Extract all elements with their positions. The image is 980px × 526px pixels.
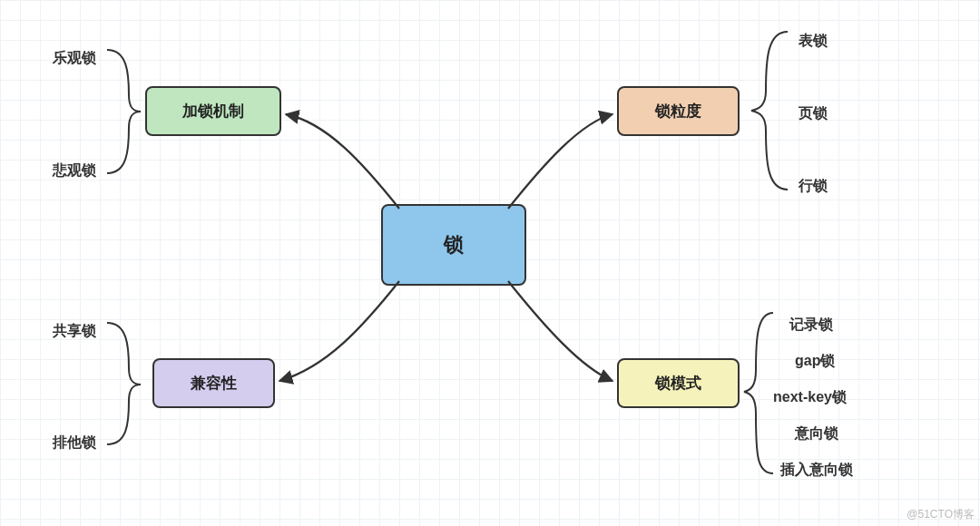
- edge-root-to-mode: [508, 281, 612, 381]
- leaf-pessimistic-lock: 悲观锁: [53, 161, 96, 180]
- leaf-shared-lock: 共享锁: [53, 322, 96, 341]
- leaf-record-lock: 记录锁: [789, 316, 833, 335]
- leaf-optimistic-lock: 乐观锁: [53, 49, 96, 68]
- brace-locking-mechanism: [107, 50, 141, 173]
- leaf-intention-lock: 意向锁: [795, 424, 838, 443]
- leaf-next-key-lock: next-key锁: [773, 388, 847, 407]
- brace-granularity: [751, 32, 788, 190]
- watermark: @51CTO博客: [906, 507, 975, 522]
- leaf-page-lock: 页锁: [799, 104, 828, 123]
- leaf-gap-lock: gap锁: [795, 352, 835, 371]
- brace-mode: [744, 313, 773, 473]
- node-mode: 锁模式: [617, 358, 740, 408]
- edge-root-to-granularity: [508, 114, 612, 209]
- diagram-canvas: 锁 加锁机制 锁粒度 兼容性 锁模式 乐观锁 悲观锁 表锁 页锁 行锁 共享锁 …: [0, 0, 980, 526]
- node-compatibility: 兼容性: [152, 358, 275, 408]
- node-root-lock: 锁: [381, 204, 526, 286]
- leaf-exclusive-lock: 排他锁: [53, 433, 96, 453]
- edge-root-to-compatibility: [279, 281, 399, 381]
- node-locking-mechanism: 加锁机制: [145, 86, 281, 136]
- brace-compatibility: [107, 323, 141, 444]
- leaf-row-lock: 行锁: [799, 177, 828, 196]
- leaf-insert-intention-lock: 插入意向锁: [780, 461, 853, 480]
- leaf-table-lock: 表锁: [799, 32, 828, 51]
- edge-root-to-locking-mechanism: [286, 114, 399, 209]
- node-granularity: 锁粒度: [617, 86, 740, 136]
